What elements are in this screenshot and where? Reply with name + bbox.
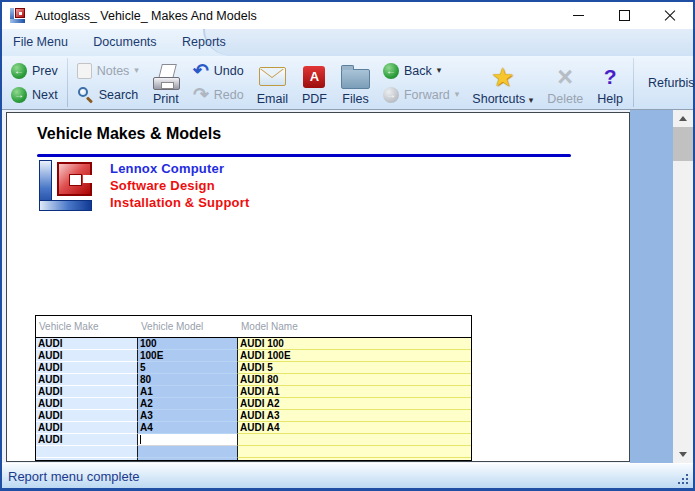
table-cell[interactable]: AUDI 100 (238, 338, 471, 350)
table-cell[interactable]: A4 (138, 422, 238, 434)
table-cell[interactable]: A1 (138, 386, 238, 398)
minimize-button[interactable] (555, 2, 601, 29)
text-caret (140, 435, 141, 444)
table-cell[interactable] (138, 434, 238, 446)
files-button[interactable]: Files (334, 56, 377, 109)
table-cell[interactable]: AUDI (36, 338, 138, 350)
table-header-row: Vehicle Make Vehicle Model Model Name (36, 316, 471, 337)
forward-dropdown-icon[interactable]: ▾ (455, 90, 460, 99)
logo-line-company: Lennox Computer (110, 160, 249, 177)
table-cell[interactable] (36, 458, 138, 461)
scroll-up-button[interactable] (673, 110, 693, 127)
email-envelope-icon (259, 67, 286, 86)
minimize-icon (573, 15, 584, 16)
table-cell[interactable]: AUDI (36, 422, 138, 434)
title-bar: Autoglass_ Vehicle_ Makes And Models (2, 2, 693, 29)
table-cell[interactable]: 100E (138, 350, 238, 362)
vertical-scrollbar[interactable] (673, 110, 693, 463)
shortcuts-button[interactable]: ★ Shortcuts ▾ (465, 56, 540, 109)
maximize-button[interactable] (601, 2, 647, 29)
table-cell[interactable]: AUDI A4 (238, 422, 471, 434)
table-cell[interactable]: AUDI A3 (238, 410, 471, 422)
prev-button[interactable]: ← Prev (6, 59, 63, 82)
table-cell[interactable]: AUDI A2 (238, 398, 471, 410)
table-row: AUDI (36, 434, 471, 446)
table-row: AUDIA4AUDI A4 (36, 422, 471, 434)
scrollbar-track[interactable] (673, 161, 693, 446)
folder-icon (341, 69, 370, 89)
status-text: Report menu complete (8, 469, 140, 484)
table-cell[interactable]: 5 (138, 362, 238, 374)
table-cell[interactable]: AUDI (36, 398, 138, 410)
shortcuts-dropdown-icon[interactable]: ▾ (529, 95, 534, 105)
report-page: Vehicle Makes & Models Lennox Computer S… (6, 112, 630, 462)
table-cell[interactable] (238, 458, 471, 461)
delete-x-icon: × (557, 67, 573, 87)
page-margin-strip (630, 110, 673, 463)
table-cell[interactable]: AUDI (36, 350, 138, 362)
table-cell[interactable]: AUDI 80 (238, 374, 471, 386)
table-cell[interactable] (138, 446, 238, 458)
table-cell[interactable]: AUDI A1 (238, 386, 471, 398)
company-logo-block: Lennox Computer Software Design Installa… (39, 160, 249, 211)
prev-arrow-icon: ← (11, 63, 27, 79)
notes-dropdown-icon: ▾ (134, 66, 139, 75)
table-cell[interactable] (36, 446, 138, 458)
status-bar: Report menu complete (2, 463, 693, 488)
back-dropdown-icon[interactable]: ▾ (437, 66, 442, 75)
table-cell[interactable]: AUDI (36, 410, 138, 422)
logo-line-software: Software Design (110, 177, 249, 194)
notes-button[interactable]: Notes ▾ (72, 59, 144, 82)
undo-button[interactable]: ↶ Undo (188, 59, 249, 82)
table-row: AUDIA3AUDI A3 (36, 410, 471, 422)
table-cell[interactable] (238, 446, 471, 458)
pdf-button[interactable]: A PDF (295, 56, 334, 109)
scroll-down-icon (679, 452, 687, 457)
search-icon (77, 86, 94, 103)
back-button[interactable]: ← Back ▾ (378, 59, 464, 82)
delete-button[interactable]: × Delete (540, 56, 590, 109)
help-button[interactable]: ? Help (590, 56, 630, 109)
help-question-icon: ? (604, 67, 617, 87)
redo-button[interactable]: ↷ Redo (188, 83, 249, 106)
close-icon (664, 10, 676, 22)
menu-item-file-menu[interactable]: File Menu (3, 29, 78, 56)
close-button[interactable] (647, 2, 693, 29)
logo-line-support: Installation & Support (110, 194, 249, 211)
refurbish-button[interactable]: Refurbish (637, 56, 695, 109)
scroll-up-icon (679, 116, 687, 121)
maximize-icon (619, 10, 630, 21)
table-cell[interactable]: AUDI 100E (238, 350, 471, 362)
table-cell[interactable]: 80 (138, 374, 238, 386)
window-title: Autoglass_ Vehicle_ Makes And Models (35, 9, 257, 23)
forward-arrow-icon: → (383, 87, 399, 103)
table-cell[interactable] (238, 434, 471, 446)
table-row (36, 446, 471, 458)
forward-button[interactable]: → Forward ▾ (378, 83, 464, 106)
toolbar-separator (67, 58, 68, 107)
menu-item-reports[interactable]: Reports (172, 29, 236, 56)
print-button[interactable]: Print (145, 56, 187, 109)
table-cell[interactable] (138, 458, 238, 461)
makes-models-table: Vehicle Make Vehicle Model Model Name AU… (35, 315, 472, 461)
scrollbar-thumb[interactable] (673, 127, 693, 161)
email-button[interactable]: Email (250, 56, 295, 109)
table-cell[interactable]: AUDI (36, 362, 138, 374)
table-cell[interactable]: A3 (138, 410, 238, 422)
notes-icon (77, 63, 92, 79)
column-header-vehicle-make: Vehicle Make (36, 321, 138, 332)
table-cell[interactable]: AUDI (36, 374, 138, 386)
table-cell[interactable]: AUDI (36, 386, 138, 398)
table-row: AUDIA2AUDI A2 (36, 398, 471, 410)
table-cell[interactable]: 100 (138, 338, 238, 350)
client-area: Vehicle Makes & Models Lennox Computer S… (2, 110, 693, 463)
next-button[interactable]: → Next (6, 83, 63, 106)
pdf-icon: A (303, 66, 325, 88)
table-cell[interactable]: AUDI (36, 434, 138, 446)
table-cell[interactable]: AUDI 5 (238, 362, 471, 374)
table-cell[interactable]: A2 (138, 398, 238, 410)
menu-item-documents[interactable]: Documents (83, 29, 166, 56)
scroll-down-button[interactable] (673, 446, 693, 463)
resize-grip[interactable] (678, 474, 689, 485)
search-button[interactable]: Search (72, 83, 144, 106)
